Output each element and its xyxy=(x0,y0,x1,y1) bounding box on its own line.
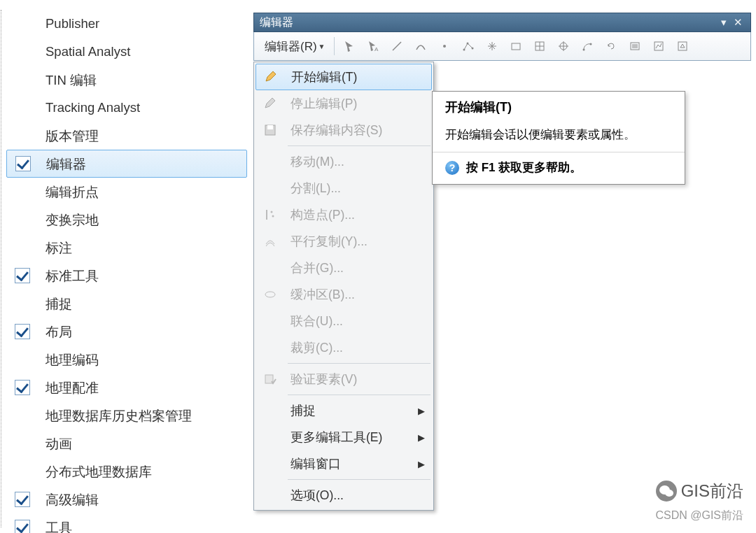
grid-tool[interactable] xyxy=(528,35,551,57)
line-tool[interactable] xyxy=(386,35,408,57)
svg-point-30 xyxy=(265,292,275,297)
tree-item[interactable]: 布局 xyxy=(6,318,247,346)
tree-item-label: 地理编码 xyxy=(46,351,99,369)
vertex-tool[interactable] xyxy=(457,35,479,57)
menu-item: 合并(G)... xyxy=(255,255,432,281)
rect-tool[interactable] xyxy=(505,35,527,57)
svg-point-28 xyxy=(271,211,273,213)
menu-item-label: 移动(M)... xyxy=(290,153,344,170)
menu-item-label: 验证要素(V) xyxy=(290,371,357,388)
menu-separator xyxy=(288,363,430,364)
svg-rect-26 xyxy=(267,125,273,129)
editor-toolbar-window: 编辑器 ▾ ✕ 编辑器(R) ▼ A xyxy=(253,13,751,61)
tree-item[interactable]: 变换宗地 xyxy=(6,206,247,234)
menu-item-label: 编辑窗口 xyxy=(290,455,341,472)
tree-item[interactable]: Spatial Analyst xyxy=(6,38,247,66)
tree-item[interactable]: 地理配准 xyxy=(6,374,247,401)
tree-item[interactable]: Publisher xyxy=(6,10,247,38)
target-tool[interactable] xyxy=(552,35,575,57)
menu-item: 移动(M)... xyxy=(255,148,432,175)
wechat-icon xyxy=(656,481,677,502)
tooltip-help-row: ? 按 F1 获取更多帮助。 xyxy=(445,159,673,176)
toolbar-tree-panel: PublisherSpatial AnalystTIN 编辑Tracking A… xyxy=(6,10,247,533)
tree-item[interactable]: 动画 xyxy=(6,429,247,457)
tree-item-label: 布局 xyxy=(46,323,72,341)
pencil-icon xyxy=(260,66,281,87)
menu-item[interactable]: 编辑窗口▶ xyxy=(255,450,432,477)
list-tool[interactable] xyxy=(624,35,646,57)
menu-item: 缓冲区(B)... xyxy=(255,281,432,308)
blank-icon xyxy=(260,151,281,172)
tree-item[interactable]: 地理编码 xyxy=(6,346,247,374)
svg-rect-23 xyxy=(654,42,663,50)
tree-item[interactable]: 标准工具 xyxy=(6,262,247,290)
menu-item-label: 更多编辑工具(E) xyxy=(290,429,382,446)
menu-item[interactable]: 开始编辑(T) xyxy=(255,64,432,90)
svg-point-2 xyxy=(443,45,446,48)
menu-item-label: 开始编辑(T) xyxy=(291,69,357,85)
tree-item-label: 地理数据库历史档案管理 xyxy=(46,407,192,425)
svg-point-4 xyxy=(466,43,468,45)
menu-item[interactable]: 更多编辑工具(E)▶ xyxy=(255,424,432,450)
checkbox[interactable] xyxy=(15,324,30,339)
tree-item[interactable]: 编辑折点 xyxy=(6,178,247,206)
tooltip-title: 开始编辑(T) xyxy=(445,99,673,115)
blank-icon xyxy=(260,257,281,278)
tree-item-label: 变换宗地 xyxy=(46,211,99,229)
rotate-tool[interactable] xyxy=(600,35,622,57)
menu-item[interactable]: 选项(O)... xyxy=(255,482,432,509)
tree-item[interactable]: 标注 xyxy=(6,234,247,262)
sketch-tool[interactable] xyxy=(671,35,694,57)
menu-item: 保存编辑内容(S) xyxy=(255,117,432,143)
tree-item[interactable]: 高级编辑 xyxy=(6,485,247,513)
tree-item[interactable]: 编辑器 xyxy=(6,150,247,178)
window-options-icon[interactable]: ▾ xyxy=(717,16,731,29)
menu-item-label: 捕捉 xyxy=(290,402,316,419)
help-icon: ? xyxy=(445,161,459,175)
chart-tool[interactable] xyxy=(648,35,670,57)
menu-item-label: 停止编辑(P) xyxy=(290,95,357,112)
point-tool[interactable] xyxy=(433,35,456,57)
tree-item[interactable]: 分布式地理数据库 xyxy=(6,457,247,485)
checkbox[interactable] xyxy=(15,156,31,171)
menu-item[interactable]: 捕捉▶ xyxy=(255,397,432,424)
menu-item-label: 选项(O)... xyxy=(290,487,344,504)
checkbox[interactable] xyxy=(15,268,30,283)
edit-arrow-sub[interactable]: A xyxy=(362,35,384,57)
trace-tool[interactable] xyxy=(410,35,432,57)
tree-item[interactable]: 版本管理 xyxy=(6,122,247,150)
tree-item-label: 捕捉 xyxy=(46,295,72,313)
edit-arrow[interactable] xyxy=(338,35,360,57)
tree-item-label: 地理配准 xyxy=(46,379,99,397)
editor-menu-button[interactable]: 编辑器(R) ▼ xyxy=(257,35,330,57)
tree-item-label: 工具 xyxy=(46,519,72,534)
tree-item[interactable]: 捕捉 xyxy=(6,290,247,318)
svg-point-18 xyxy=(589,43,592,45)
chevron-right-icon: ▶ xyxy=(418,432,425,443)
svg-rect-24 xyxy=(678,42,687,50)
save-icon xyxy=(260,120,281,141)
tree-item[interactable]: Tracking Analyst xyxy=(6,94,247,122)
checkbox[interactable] xyxy=(15,492,30,507)
editor-toolbar-titlebar[interactable]: 编辑器 ▾ ✕ xyxy=(253,13,751,32)
menu-separator xyxy=(288,479,430,480)
menu-item: 停止编辑(P) xyxy=(255,90,432,117)
tree-item[interactable]: TIN 编辑 xyxy=(6,66,247,94)
tree-item[interactable]: 地理数据库历史档案管理 xyxy=(6,401,247,429)
buffer-icon xyxy=(260,284,281,305)
toolbar-divider xyxy=(334,37,335,55)
close-icon[interactable]: ✕ xyxy=(731,16,745,29)
sparkle-tool[interactable] xyxy=(481,35,503,57)
watermark-attribution: CSDN @GIS前沿 xyxy=(655,509,743,523)
arc-tool[interactable] xyxy=(576,35,598,57)
tree-item[interactable]: 工具 xyxy=(6,513,247,533)
tooltip: 开始编辑(T) 开始编辑会话以便编辑要素或属性。 ? 按 F1 获取更多帮助。 xyxy=(432,91,685,185)
editor-toolbar-title: 编辑器 xyxy=(260,15,717,30)
checkbox[interactable] xyxy=(15,520,30,533)
tree-item-label: 分布式地理数据库 xyxy=(46,463,152,481)
menu-item-label: 保存编辑内容(S) xyxy=(290,122,382,138)
tree-item-label: 版本管理 xyxy=(46,127,99,145)
checkbox[interactable] xyxy=(15,380,30,395)
editor-dropdown-menu: 开始编辑(T)停止编辑(P)保存编辑内容(S)移动(M)...分割(L)...构… xyxy=(253,62,434,511)
menu-item: 联合(U)... xyxy=(255,308,432,334)
